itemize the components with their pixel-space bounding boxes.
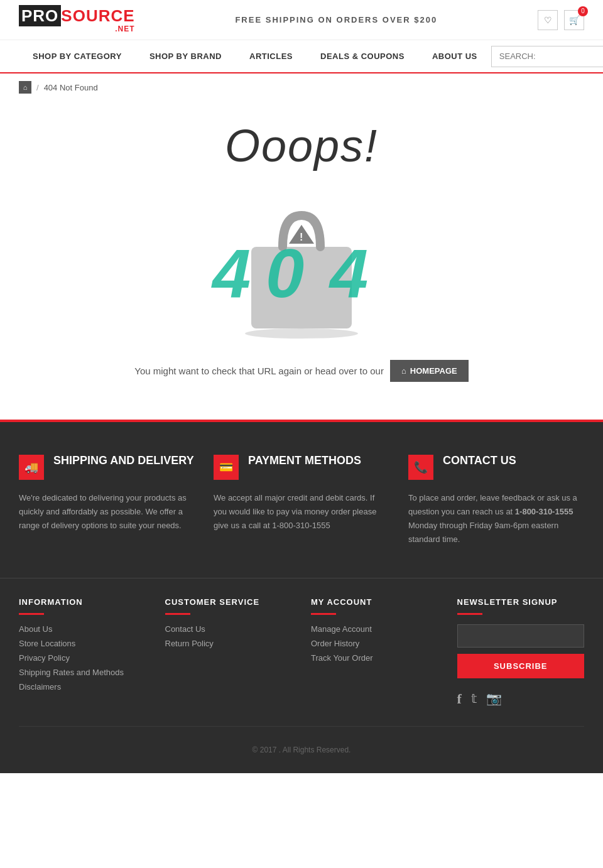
- footer-link-return-policy[interactable]: Return Policy: [165, 639, 293, 648]
- cart-icon-wrapper[interactable]: 🛒 0: [564, 10, 584, 30]
- newsletter-divider: [457, 613, 482, 615]
- footer-information: INFORMATION About Us Store Locations Pri…: [19, 597, 146, 707]
- phone-icon: 📞: [414, 460, 428, 474]
- error-graphic: ! 4 0 4: [201, 178, 402, 341]
- payment-panel-icon: 💳: [214, 455, 239, 480]
- facebook-icon[interactable]: f: [457, 691, 462, 707]
- instagram-icon[interactable]: 📷: [486, 691, 502, 707]
- footer-link-disclaimers[interactable]: Disclaimers: [19, 682, 146, 692]
- my-account-title: MY ACCOUNT: [311, 597, 438, 607]
- footer-link-store-locations[interactable]: Store Locations: [19, 639, 146, 648]
- contact-panel: 📞 CONTACT US To place and order, leave f…: [408, 453, 584, 546]
- nav-item-deals-coupons[interactable]: DEALS & COUPONS: [307, 40, 418, 72]
- shipping-panel: 🚚 SHIPPING AND DELIVERY We're dedicated …: [19, 453, 195, 546]
- svg-text:4: 4: [211, 234, 251, 312]
- svg-text:0: 0: [266, 234, 304, 312]
- newsletter-title: NEWSLETTER SIGNUP: [457, 597, 585, 607]
- footer-copyright: © 2017 . All Rights Reserved.: [19, 726, 584, 754]
- footer-link-contact-us[interactable]: Contact Us: [165, 624, 293, 634]
- cart-wrapper[interactable]: ♡: [538, 10, 558, 30]
- redirect-text: You might want to check that URL again o…: [19, 360, 584, 382]
- shipping-panel-body: We're dedicated to delivering your produ…: [19, 491, 195, 533]
- main-content: Ooops! ! 4 0 4 You might: [0, 101, 603, 773]
- svg-point-6: [245, 328, 358, 339]
- breadcrumb-current: 404 Not Found: [44, 83, 98, 92]
- main-nav: SHOP BY CATEGORY SHOP BY BRAND ARTICLES …: [0, 40, 603, 73]
- wishlist-button[interactable]: ♡: [538, 10, 558, 30]
- payment-panel-body: We accept all major credit and debit car…: [214, 491, 389, 533]
- shipping-panel-title: SHIPPING AND DELIVERY: [53, 453, 194, 468]
- subscribe-button[interactable]: SUBSCRIBE: [457, 654, 585, 678]
- customer-service-title: CUSTOMER SERVICE: [165, 597, 293, 607]
- twitter-icon[interactable]: 𝕥: [471, 691, 477, 707]
- information-title: INFORMATION: [19, 597, 146, 607]
- svg-text:4: 4: [329, 234, 368, 312]
- ooops-heading: Ooops!: [19, 120, 584, 171]
- breadcrumb: ⌂ / 404 Not Found: [0, 73, 603, 101]
- header: PROSOURCE .NET FREE SHIPPING ON ORDERS O…: [0, 0, 603, 40]
- footer-link-privacy-policy[interactable]: Privacy Policy: [19, 653, 146, 663]
- footer-link-manage-account[interactable]: Manage Account: [311, 624, 438, 634]
- contact-panel-body: To place and order, leave feedback or as…: [408, 491, 584, 546]
- breadcrumb-separator: /: [36, 83, 39, 92]
- homepage-icon: ⌂: [401, 366, 406, 376]
- nav-item-shop-by-category[interactable]: SHOP BY CATEGORY: [19, 40, 136, 72]
- info-panels: 🚚 SHIPPING AND DELIVERY We're dedicated …: [0, 422, 603, 578]
- search-input[interactable]: [492, 46, 603, 66]
- nav-item-about-us[interactable]: ABOUT US: [418, 40, 491, 72]
- header-icons: ♡ 🛒 0: [538, 10, 584, 30]
- shipping-panel-header: 🚚 SHIPPING AND DELIVERY: [19, 453, 195, 480]
- shipping-panel-icon: 🚚: [19, 455, 44, 480]
- contact-panel-header: 📞 CONTACT US: [408, 453, 584, 480]
- footer-customer-service: CUSTOMER SERVICE Contact Us Return Polic…: [165, 597, 293, 707]
- breadcrumb-home-icon[interactable]: ⌂: [19, 81, 31, 94]
- card-icon: 💳: [219, 460, 233, 474]
- contact-panel-icon: 📞: [408, 455, 433, 480]
- payment-panel: 💳 PAYMENT METHODS We accept all major cr…: [214, 453, 389, 546]
- search-bar[interactable]: 🔍: [491, 46, 603, 67]
- logo-pro: PRO: [19, 5, 61, 26]
- footer-newsletter: NEWSLETTER SIGNUP SUBSCRIBE f 𝕥 📷: [457, 597, 585, 707]
- footer-link-shipping-rates[interactable]: Shipping Rates and Methods: [19, 668, 146, 677]
- cart-count-badge: 0: [578, 6, 588, 16]
- truck-icon: 🚚: [24, 460, 38, 474]
- nav-item-articles[interactable]: ARTICLES: [236, 40, 307, 72]
- footer-link-about-us[interactable]: About Us: [19, 624, 146, 634]
- customer-service-divider: [165, 613, 190, 615]
- payment-panel-title: PAYMENT METHODS: [248, 453, 361, 468]
- payment-panel-header: 💳 PAYMENT METHODS: [214, 453, 389, 480]
- information-divider: [19, 613, 44, 615]
- footer-link-order-history[interactable]: Order History: [311, 639, 438, 648]
- contact-panel-title: CONTACT US: [443, 453, 516, 468]
- footer-columns: INFORMATION About Us Store Locations Pri…: [19, 578, 584, 707]
- nav-item-shop-by-brand[interactable]: SHOP BY BRAND: [136, 40, 236, 72]
- logo-source: SOURCE: [61, 6, 134, 25]
- footer-link-track-order[interactable]: Track Your Order: [311, 653, 438, 663]
- footer: INFORMATION About Us Store Locations Pri…: [0, 578, 603, 773]
- social-icons: f 𝕥 📷: [457, 691, 585, 707]
- error-404-svg: ! 4 0 4: [201, 178, 402, 341]
- my-account-divider: [311, 613, 336, 615]
- homepage-button[interactable]: ⌂ HOMEPAGE: [390, 360, 469, 382]
- logo[interactable]: PROSOURCE .NET: [19, 6, 135, 33]
- footer-my-account: MY ACCOUNT Manage Account Order History …: [311, 597, 438, 707]
- newsletter-email-input[interactable]: [457, 624, 585, 648]
- shipping-banner: FREE SHIPPING ON ORDERS OVER $200: [135, 15, 538, 24]
